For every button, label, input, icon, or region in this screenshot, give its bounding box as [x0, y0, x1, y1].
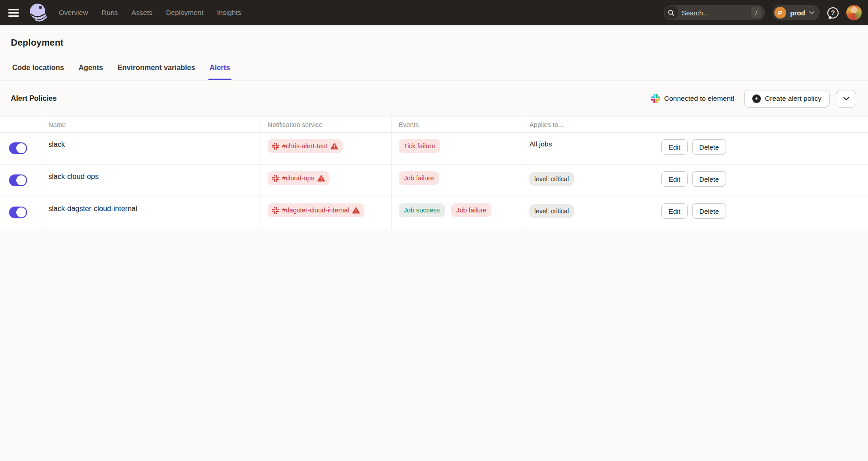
- alert-policies-table: Name Notification service Events Applies…: [0, 117, 868, 229]
- channel-name: #dagster-cloud-internal: [282, 207, 349, 214]
- slack-channel-chip: #dagster-cloud-internal: [268, 203, 364, 217]
- applies-to-badge: level: critical: [529, 172, 574, 186]
- top-navbar: Overview Runs Assets Deployment Insights…: [0, 0, 868, 25]
- chevron-down-icon: [843, 97, 849, 101]
- search-box[interactable]: /: [664, 5, 765, 20]
- nav-item-insights[interactable]: Insights: [217, 9, 241, 17]
- slack-channel-chip: #chris-alert-test: [268, 139, 343, 153]
- chevron-down-icon: [809, 11, 814, 14]
- plus-icon: +: [752, 94, 761, 103]
- header-applies-to: Applies to...: [522, 117, 653, 132]
- warning-triangle-icon: [352, 207, 360, 214]
- create-alert-policy-button[interactable]: + Create alert policy: [744, 90, 830, 108]
- connected-text: Connected to elementl: [664, 94, 734, 103]
- channel-name: #chris-alert-test: [282, 142, 327, 150]
- user-avatar[interactable]: [846, 5, 862, 20]
- alert-policy-toggle[interactable]: [9, 207, 27, 218]
- page-title: Deployment: [11, 38, 857, 48]
- nav-item-overview[interactable]: Overview: [59, 9, 88, 17]
- tab-environment-variables[interactable]: Environment variables: [116, 64, 197, 80]
- header-actions: [653, 117, 868, 132]
- delete-button[interactable]: Delete: [692, 203, 726, 219]
- edit-button[interactable]: Edit: [661, 171, 688, 187]
- table-row: slack #chris-alert-test Tick failure All…: [0, 133, 868, 165]
- policy-name: slack-cloud-ops: [41, 165, 260, 197]
- table-row: slack-dagster-cloud-internal #dagster-cl…: [0, 197, 868, 229]
- header-name: Name: [41, 117, 260, 132]
- org-avatar: P: [774, 7, 786, 19]
- slack-channel-chip: #cloud-ops: [268, 171, 330, 185]
- slack-icon: [272, 207, 279, 214]
- delete-button[interactable]: Delete: [692, 139, 726, 155]
- dagster-logo[interactable]: [28, 2, 49, 23]
- edit-button[interactable]: Edit: [661, 203, 688, 219]
- applies-to-badge: level: critical: [529, 204, 574, 218]
- table-row: slack-cloud-ops #cloud-ops Job failure l…: [0, 165, 868, 197]
- slack-icon: [651, 94, 660, 103]
- event-badge: Tick failure: [399, 139, 440, 153]
- nav-item-deployment[interactable]: Deployment: [166, 9, 203, 17]
- tab-alerts[interactable]: Alerts: [208, 64, 231, 80]
- alert-policy-toggle[interactable]: [9, 142, 27, 154]
- event-badge: Job success: [399, 203, 445, 217]
- hamburger-menu-icon[interactable]: [8, 9, 20, 17]
- header-toggle: [0, 117, 41, 132]
- policy-name: slack-dagster-cloud-internal: [41, 197, 260, 229]
- nav-item-assets[interactable]: Assets: [132, 9, 153, 17]
- section-title: Alert Policies: [11, 94, 57, 103]
- event-badge: Job failure: [399, 171, 439, 185]
- event-badge: Job failure: [451, 203, 491, 217]
- slack-icon: [272, 143, 279, 150]
- header-notification-service: Notification service: [260, 117, 392, 132]
- applies-to-value: All jobs: [522, 133, 653, 165]
- search-input[interactable]: [678, 9, 751, 17]
- table-header-row: Name Notification service Events Applies…: [0, 117, 868, 133]
- warning-triangle-icon: [317, 175, 325, 182]
- edit-button[interactable]: Edit: [661, 139, 688, 155]
- search-icon: [665, 6, 678, 19]
- alert-policy-toggle[interactable]: [9, 174, 27, 186]
- slack-connection-status: Connected to elementl: [651, 94, 734, 103]
- org-switcher[interactable]: P prod: [773, 5, 820, 20]
- delete-button[interactable]: Delete: [692, 171, 726, 187]
- nav-item-runs[interactable]: Runs: [102, 9, 118, 17]
- main-nav: Overview Runs Assets Deployment Insights: [59, 9, 241, 17]
- header-events: Events: [392, 117, 522, 132]
- tab-code-locations[interactable]: Code locations: [11, 64, 66, 80]
- help-icon[interactable]: ?: [827, 7, 839, 19]
- warning-triangle-icon: [330, 143, 338, 150]
- slack-icon: [272, 175, 279, 182]
- slash-shortcut-badge: /: [751, 7, 761, 18]
- deployment-tabs: Code locations Agents Environment variab…: [0, 64, 868, 80]
- policy-name: slack: [41, 133, 260, 165]
- tab-agents[interactable]: Agents: [77, 64, 104, 80]
- org-name: prod: [790, 9, 805, 17]
- channel-name: #cloud-ops: [282, 174, 314, 182]
- create-alert-policy-menu-button[interactable]: [836, 90, 856, 108]
